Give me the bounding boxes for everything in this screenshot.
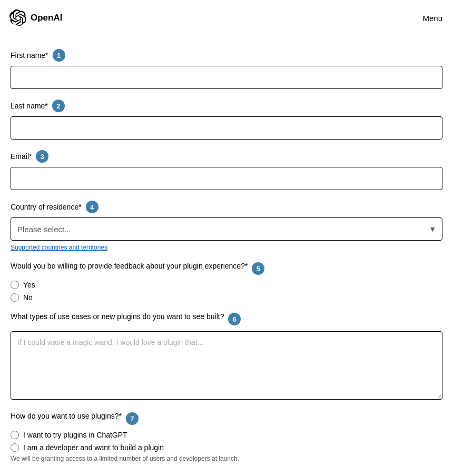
plugin-use-chatgpt-option[interactable]: I want to try plugins in ChatGPT	[11, 431, 442, 439]
supported-countries-link[interactable]: Supported countries and territories	[11, 244, 107, 251]
plugin-use-developer-option[interactable]: I am a developer and want to build a plu…	[11, 443, 442, 452]
feedback-no-radio[interactable]	[11, 293, 19, 302]
feedback-question-row: Would you be willing to provide feedback…	[11, 262, 442, 275]
country-select[interactable]: Please select...	[11, 217, 442, 241]
email-label-row: Email* 3	[11, 150, 442, 163]
last-name-group: Last name* 2	[11, 100, 442, 140]
email-group: Email* 3	[11, 150, 442, 190]
page-header: OpenAI Menu	[0, 0, 453, 36]
use-cases-question-row: What types of use cases or new plugins d…	[11, 312, 442, 326]
feedback-yes-radio[interactable]	[11, 281, 19, 289]
step-badge-4: 4	[86, 201, 99, 213]
country-label: Country of residence*	[11, 203, 82, 211]
email-input[interactable]	[11, 167, 442, 190]
feedback-group: Would you be willing to provide feedback…	[11, 262, 442, 302]
plugin-use-group: How do you want to use plugins?* 7 I wan…	[11, 412, 442, 462]
plugin-use-question-row: How do you want to use plugins?* 7	[11, 412, 442, 425]
use-cases-group: What types of use cases or new plugins d…	[11, 312, 442, 401]
plugin-use-developer-radio[interactable]	[11, 443, 19, 452]
step-badge-7: 7	[126, 412, 139, 425]
plugin-use-chatgpt-label: I want to try plugins in ChatGPT	[23, 431, 127, 439]
step-badge-3: 3	[36, 150, 48, 163]
feedback-yes-option[interactable]: Yes	[11, 281, 442, 289]
plugin-use-question: How do you want to use plugins?*	[11, 412, 122, 420]
step-badge-6: 6	[228, 313, 241, 325]
feedback-radio-group: Yes No	[11, 281, 442, 302]
logo-text: OpenAI	[31, 13, 62, 23]
last-name-input[interactable]	[11, 116, 442, 140]
first-name-input[interactable]	[11, 66, 442, 89]
logo: OpenAI	[9, 9, 62, 26]
plugin-use-radio-group: I want to try plugins in ChatGPT I am a …	[11, 431, 442, 452]
email-label: Email*	[11, 152, 32, 161]
country-select-wrapper: Please select... ▼	[11, 217, 442, 241]
feedback-no-label: No	[23, 293, 33, 302]
first-name-label-row: First name* 1	[11, 49, 442, 62]
last-name-label: Last name*	[11, 102, 48, 110]
feedback-question: Would you be willing to provide feedback…	[11, 262, 248, 270]
step-badge-1: 1	[53, 49, 65, 62]
plugin-use-developer-label: I am a developer and want to build a plu…	[23, 443, 164, 452]
openai-logo-icon	[9, 9, 26, 26]
plugin-use-chatgpt-radio[interactable]	[11, 431, 19, 439]
feedback-yes-label: Yes	[23, 281, 35, 289]
plugin-use-hint: We will be granting access to a limited …	[11, 455, 442, 462]
step-badge-5: 5	[252, 262, 264, 275]
use-cases-textarea[interactable]	[11, 331, 442, 400]
country-group: Country of residence* 4 Please select...…	[11, 201, 442, 251]
first-name-label: First name*	[11, 51, 48, 60]
feedback-no-option[interactable]: No	[11, 293, 442, 302]
country-label-row: Country of residence* 4	[11, 201, 442, 213]
use-cases-question: What types of use cases or new plugins d…	[11, 312, 224, 321]
form-container: First name* 1 Last name* 2 Email* 3 Coun…	[0, 36, 453, 476]
step-badge-2: 2	[52, 100, 65, 112]
last-name-label-row: Last name* 2	[11, 100, 442, 112]
menu-button[interactable]: Menu	[422, 14, 442, 23]
first-name-group: First name* 1	[11, 49, 442, 89]
